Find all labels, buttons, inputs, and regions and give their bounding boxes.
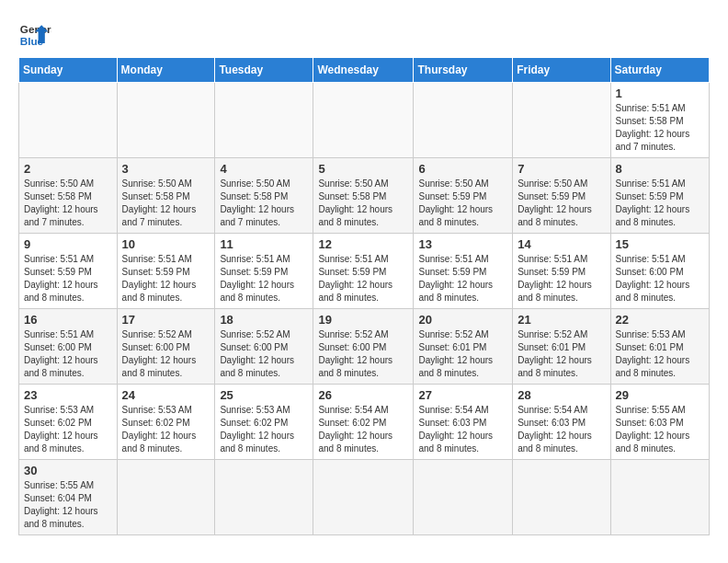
day-info: Sunrise: 5:54 AM Sunset: 6:03 PM Dayligh… <box>418 404 507 455</box>
calendar-cell: 23Sunrise: 5:53 AM Sunset: 6:02 PM Dayli… <box>19 385 118 460</box>
calendar-cell: 21Sunrise: 5:52 AM Sunset: 6:01 PM Dayli… <box>513 309 610 385</box>
calendar-cell <box>117 460 215 535</box>
day-info: Sunrise: 5:54 AM Sunset: 6:02 PM Dayligh… <box>318 404 408 455</box>
day-info: Sunrise: 5:51 AM Sunset: 5:59 PM Dayligh… <box>418 253 507 304</box>
day-header-thursday: Thursday <box>414 58 513 83</box>
calendar-cell <box>313 460 414 535</box>
day-info: Sunrise: 5:51 AM Sunset: 5:59 PM Dayligh… <box>24 253 112 304</box>
day-number: 15 <box>616 237 704 251</box>
calendar-cell: 14Sunrise: 5:51 AM Sunset: 5:59 PM Dayli… <box>513 234 610 309</box>
calendar-cell: 13Sunrise: 5:51 AM Sunset: 5:59 PM Dayli… <box>414 234 513 309</box>
day-number: 17 <box>122 313 210 327</box>
day-number: 9 <box>24 237 112 251</box>
calendar-cell <box>313 83 414 158</box>
day-number: 13 <box>418 237 507 251</box>
day-number: 11 <box>220 237 308 251</box>
day-number: 1 <box>616 86 704 100</box>
calendar-cell: 22Sunrise: 5:53 AM Sunset: 6:01 PM Dayli… <box>610 309 709 385</box>
calendar-cell <box>513 460 610 535</box>
day-header-sunday: Sunday <box>19 58 118 83</box>
calendar-cell <box>215 83 313 158</box>
calendar-cell: 6Sunrise: 5:50 AM Sunset: 5:59 PM Daylig… <box>414 158 513 234</box>
day-header-wednesday: Wednesday <box>313 58 414 83</box>
calendar-cell: 9Sunrise: 5:51 AM Sunset: 5:59 PM Daylig… <box>19 234 118 309</box>
day-number: 29 <box>616 388 704 402</box>
day-info: Sunrise: 5:50 AM Sunset: 5:59 PM Dayligh… <box>518 178 605 229</box>
day-header-friday: Friday <box>513 58 610 83</box>
day-number: 28 <box>518 388 605 402</box>
calendar-cell: 29Sunrise: 5:55 AM Sunset: 6:03 PM Dayli… <box>610 385 709 460</box>
day-number: 27 <box>418 388 507 402</box>
day-info: Sunrise: 5:50 AM Sunset: 5:58 PM Dayligh… <box>24 178 112 229</box>
day-info: Sunrise: 5:53 AM Sunset: 6:02 PM Dayligh… <box>122 404 210 455</box>
calendar-cell: 19Sunrise: 5:52 AM Sunset: 6:00 PM Dayli… <box>313 309 414 385</box>
day-info: Sunrise: 5:51 AM Sunset: 5:59 PM Dayligh… <box>122 253 210 304</box>
calendar-cell: 5Sunrise: 5:50 AM Sunset: 5:58 PM Daylig… <box>313 158 414 234</box>
day-info: Sunrise: 5:52 AM Sunset: 6:00 PM Dayligh… <box>318 328 408 380</box>
day-number: 8 <box>616 162 704 176</box>
calendar-week-2: 2Sunrise: 5:50 AM Sunset: 5:58 PM Daylig… <box>19 158 710 234</box>
day-info: Sunrise: 5:54 AM Sunset: 6:03 PM Dayligh… <box>518 404 605 455</box>
calendar-cell: 2Sunrise: 5:50 AM Sunset: 5:58 PM Daylig… <box>19 158 118 234</box>
day-number: 16 <box>24 313 112 327</box>
calendar-cell: 1Sunrise: 5:51 AM Sunset: 5:58 PM Daylig… <box>610 83 709 158</box>
calendar-week-5: 23Sunrise: 5:53 AM Sunset: 6:02 PM Dayli… <box>19 385 710 460</box>
day-info: Sunrise: 5:55 AM Sunset: 6:03 PM Dayligh… <box>616 404 704 455</box>
calendar-cell: 28Sunrise: 5:54 AM Sunset: 6:03 PM Dayli… <box>513 385 610 460</box>
calendar-cell <box>19 83 118 158</box>
day-info: Sunrise: 5:51 AM Sunset: 5:59 PM Dayligh… <box>318 253 408 304</box>
day-info: Sunrise: 5:53 AM Sunset: 6:02 PM Dayligh… <box>24 404 112 455</box>
day-number: 24 <box>122 388 210 402</box>
calendar-table: SundayMondayTuesdayWednesdayThursdayFrid… <box>18 57 710 535</box>
day-info: Sunrise: 5:53 AM Sunset: 6:01 PM Dayligh… <box>616 328 704 380</box>
day-number: 7 <box>518 162 605 176</box>
day-info: Sunrise: 5:50 AM Sunset: 5:58 PM Dayligh… <box>122 178 210 229</box>
calendar-cell: 26Sunrise: 5:54 AM Sunset: 6:02 PM Dayli… <box>313 385 414 460</box>
calendar-header-row: SundayMondayTuesdayWednesdayThursdayFrid… <box>19 58 710 83</box>
calendar-cell: 20Sunrise: 5:52 AM Sunset: 6:01 PM Dayli… <box>414 309 513 385</box>
day-info: Sunrise: 5:51 AM Sunset: 6:00 PM Dayligh… <box>24 328 112 380</box>
day-info: Sunrise: 5:51 AM Sunset: 6:00 PM Dayligh… <box>616 253 704 304</box>
calendar-cell: 4Sunrise: 5:50 AM Sunset: 5:58 PM Daylig… <box>215 158 313 234</box>
calendar-cell: 11Sunrise: 5:51 AM Sunset: 5:59 PM Dayli… <box>215 234 313 309</box>
day-number: 23 <box>24 388 112 402</box>
calendar-cell: 17Sunrise: 5:52 AM Sunset: 6:00 PM Dayli… <box>117 309 215 385</box>
calendar-cell: 18Sunrise: 5:52 AM Sunset: 6:00 PM Dayli… <box>215 309 313 385</box>
calendar-cell: 15Sunrise: 5:51 AM Sunset: 6:00 PM Dayli… <box>610 234 709 309</box>
logo: General Blue <box>18 18 51 52</box>
calendar-cell: 12Sunrise: 5:51 AM Sunset: 5:59 PM Dayli… <box>313 234 414 309</box>
day-number: 12 <box>318 237 408 251</box>
calendar-cell <box>513 83 610 158</box>
day-info: Sunrise: 5:52 AM Sunset: 6:01 PM Dayligh… <box>518 328 605 380</box>
calendar-cell <box>117 83 215 158</box>
day-info: Sunrise: 5:55 AM Sunset: 6:04 PM Dayligh… <box>24 479 112 531</box>
calendar-cell: 8Sunrise: 5:51 AM Sunset: 5:59 PM Daylig… <box>610 158 709 234</box>
day-header-monday: Monday <box>117 58 215 83</box>
day-number: 10 <box>122 237 210 251</box>
day-number: 2 <box>24 162 112 176</box>
day-info: Sunrise: 5:50 AM Sunset: 5:58 PM Dayligh… <box>220 178 308 229</box>
day-info: Sunrise: 5:50 AM Sunset: 5:58 PM Dayligh… <box>318 178 408 229</box>
day-info: Sunrise: 5:51 AM Sunset: 5:59 PM Dayligh… <box>616 178 704 229</box>
day-number: 20 <box>418 313 507 327</box>
calendar-cell: 7Sunrise: 5:50 AM Sunset: 5:59 PM Daylig… <box>513 158 610 234</box>
day-info: Sunrise: 5:52 AM Sunset: 6:01 PM Dayligh… <box>418 328 507 380</box>
day-header-tuesday: Tuesday <box>215 58 313 83</box>
calendar-cell: 10Sunrise: 5:51 AM Sunset: 5:59 PM Dayli… <box>117 234 215 309</box>
calendar-week-6: 30Sunrise: 5:55 AM Sunset: 6:04 PM Dayli… <box>19 460 710 535</box>
day-info: Sunrise: 5:52 AM Sunset: 6:00 PM Dayligh… <box>220 328 308 380</box>
calendar-cell: 30Sunrise: 5:55 AM Sunset: 6:04 PM Dayli… <box>19 460 118 535</box>
day-info: Sunrise: 5:53 AM Sunset: 6:02 PM Dayligh… <box>220 404 308 455</box>
day-number: 26 <box>318 388 408 402</box>
day-number: 19 <box>318 313 408 327</box>
calendar-cell: 24Sunrise: 5:53 AM Sunset: 6:02 PM Dayli… <box>117 385 215 460</box>
day-info: Sunrise: 5:52 AM Sunset: 6:00 PM Dayligh… <box>122 328 210 380</box>
calendar-week-3: 9Sunrise: 5:51 AM Sunset: 5:59 PM Daylig… <box>19 234 710 309</box>
svg-text:General: General <box>20 23 51 35</box>
page-header: General Blue <box>18 18 710 52</box>
calendar-cell: 3Sunrise: 5:50 AM Sunset: 5:58 PM Daylig… <box>117 158 215 234</box>
calendar-cell <box>414 460 513 535</box>
day-number: 21 <box>518 313 605 327</box>
day-number: 5 <box>318 162 408 176</box>
calendar-cell <box>215 460 313 535</box>
